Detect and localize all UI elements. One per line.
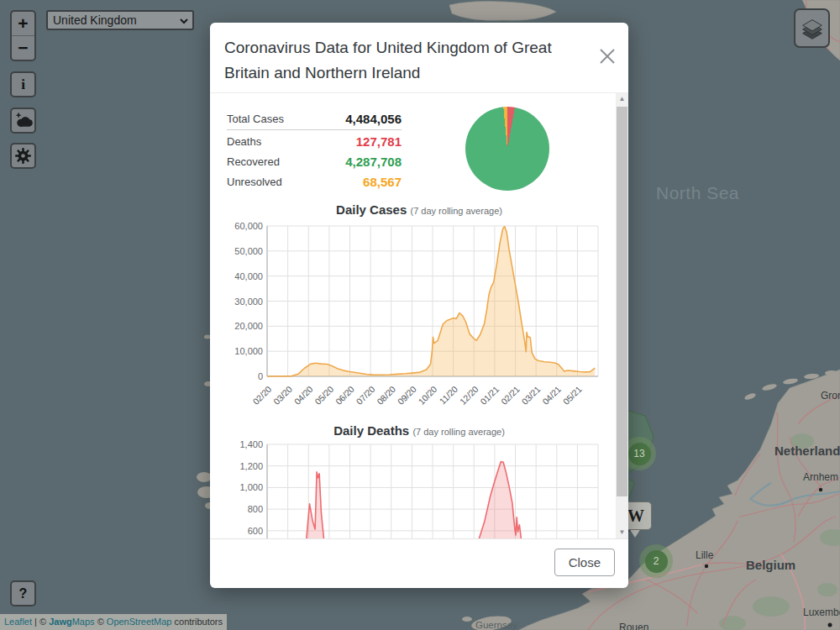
gear-icon	[12, 144, 34, 167]
svg-text:600: 600	[248, 526, 263, 536]
svg-text:08/20: 08/20	[375, 384, 397, 407]
zoom-out-button[interactable]: −	[12, 36, 34, 60]
svg-text:20,000: 20,000	[234, 321, 263, 331]
svg-text:0: 0	[258, 371, 263, 381]
svg-text:11/20: 11/20	[438, 384, 460, 407]
leaflet-link[interactable]: Leaflet	[4, 617, 32, 627]
svg-text:800: 800	[248, 504, 263, 514]
stat-value: 4,287,708	[345, 155, 402, 169]
modal-close-icon[interactable]	[596, 45, 618, 67]
scrollbar-thumb[interactable]	[617, 107, 627, 496]
country-data-modal: Coronavirus Data for United Kingdom of G…	[210, 23, 628, 588]
attribution-sep: |	[32, 617, 39, 627]
svg-text:04/20: 04/20	[292, 384, 315, 407]
info-button[interactable]: i	[10, 71, 36, 97]
svg-text:03/20: 03/20	[271, 384, 294, 407]
zoom-in-button[interactable]: +	[12, 12, 34, 35]
svg-text:30,000: 30,000	[234, 297, 263, 307]
stats-divider	[227, 129, 402, 130]
app-stage: North SeaGroningenNetherlandsArnhemBelgi…	[0, 0, 840, 630]
country-select[interactable]: United Kingdom	[46, 10, 194, 30]
svg-text:10,000: 10,000	[234, 346, 263, 356]
modal-scrollbar[interactable]: ▲ ▼	[616, 93, 628, 538]
cluster-marker[interactable]: 2	[639, 544, 673, 578]
stat-label: Total Cases	[227, 113, 284, 125]
stat-value: 68,567	[363, 175, 402, 189]
modal-footer: Close	[210, 538, 628, 589]
layers-icon	[798, 13, 827, 44]
svg-text:1,000: 1,000	[239, 482, 263, 492]
svg-text:1,400: 1,400	[239, 439, 263, 449]
stat-value: 4,484,056	[345, 112, 402, 126]
weather-icon	[12, 109, 34, 132]
stat-label: Recovered	[227, 155, 280, 168]
svg-text:03/21: 03/21	[519, 384, 542, 407]
svg-text:01/21: 01/21	[478, 384, 501, 407]
daily-cases-chart-title: Daily Cases (7 day rolling average)	[210, 202, 628, 217]
modal-header: Coronavirus Data for United Kingdom of G…	[210, 23, 628, 93]
stats-table: Total Cases 4,484,056 Deaths 127,781 Rec…	[227, 108, 402, 192]
close-x-icon	[598, 47, 617, 66]
modal-title: Coronavirus Data for United Kingdom of G…	[224, 35, 585, 86]
zoom-control: + −	[10, 10, 36, 61]
daily-deaths-chart: 1,4001,2001,000800600	[218, 439, 613, 538]
svg-text:10/20: 10/20	[416, 384, 438, 407]
layers-control-button[interactable]	[794, 8, 830, 48]
svg-text:05/21: 05/21	[561, 384, 584, 407]
stat-row-total-cases: Total Cases 4,484,056	[227, 108, 402, 129]
cases-breakdown-pie-chart	[465, 107, 549, 191]
close-button[interactable]: Close	[554, 549, 615, 576]
weather-layer-button[interactable]	[10, 108, 36, 134]
svg-text:60,000: 60,000	[234, 221, 263, 231]
svg-text:09/20: 09/20	[396, 384, 418, 407]
svg-text:06/20: 06/20	[333, 384, 356, 407]
stat-value: 127,781	[356, 134, 402, 149]
stat-label: Unresolved	[227, 176, 282, 188]
svg-text:04/21: 04/21	[540, 384, 563, 407]
svg-text:12/20: 12/20	[458, 384, 480, 407]
scroll-down-arrow[interactable]: ▼	[616, 527, 628, 538]
stat-row-recovered: Recovered 4,287,708	[227, 151, 402, 171]
daily-deaths-chart-title: Daily Deaths (7 day rolling average)	[210, 423, 628, 438]
country-select-wrap: United Kingdom	[46, 10, 194, 30]
modal-body: Total Cases 4,484,056 Deaths 127,781 Rec…	[210, 93, 628, 538]
scroll-up-arrow[interactable]: ▲	[616, 93, 628, 105]
jawg-maps-link[interactable]: Maps	[72, 617, 95, 627]
svg-text:07/20: 07/20	[354, 384, 376, 407]
svg-text:02/20: 02/20	[250, 384, 273, 407]
settings-button[interactable]	[10, 143, 36, 169]
stat-row-deaths: Deaths 127,781	[227, 131, 402, 151]
svg-text:50,000: 50,000	[234, 246, 263, 256]
osm-link[interactable]: OpenStreetMap	[107, 617, 172, 627]
svg-text:40,000: 40,000	[234, 271, 263, 281]
stat-label: Deaths	[227, 135, 261, 148]
jawg-link[interactable]: Jawg	[49, 617, 72, 627]
daily-cases-chart: 60,00050,00040,00030,00020,00010,000002/…	[218, 218, 613, 407]
stat-row-unresolved: Unresolved 68,567	[227, 171, 402, 192]
map-attribution: Leaflet | © JawgMaps © OpenStreetMap con…	[0, 614, 227, 630]
svg-text:05/20: 05/20	[312, 384, 335, 407]
svg-text:02/21: 02/21	[499, 384, 522, 407]
svg-text:1,200: 1,200	[239, 461, 263, 471]
help-button[interactable]: ?	[10, 580, 36, 606]
